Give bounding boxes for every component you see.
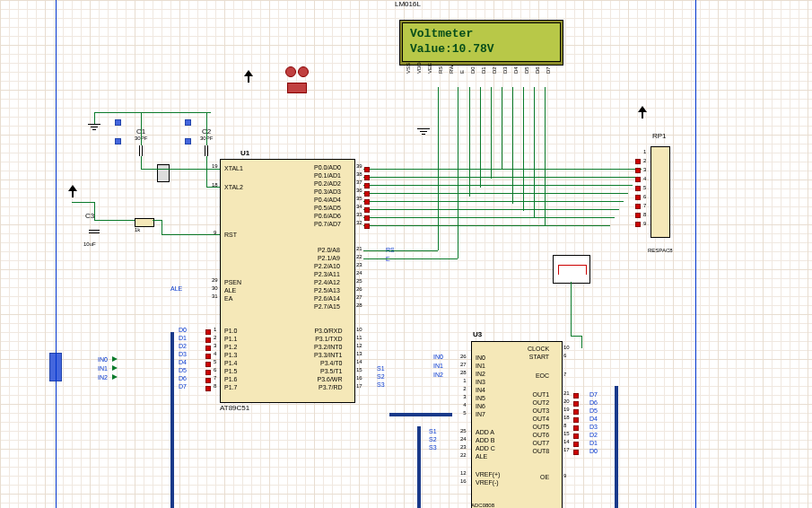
arrow-icon bbox=[112, 374, 118, 380]
u1-left-p1: P1.0 P1.1 P1.2 P1.3 P1.4 P1.5 P1.6 P1.7 bbox=[224, 328, 237, 392]
pwr-1 bbox=[244, 74, 253, 83]
clock-gen[interactable] bbox=[553, 255, 590, 284]
wire-p00 bbox=[363, 169, 642, 170]
c3[interactable] bbox=[89, 223, 100, 241]
lcd-ref: LM016L bbox=[395, 0, 421, 8]
lcd-module[interactable]: Voltmeter Value:10.78V bbox=[399, 20, 563, 66]
pwr-c3 bbox=[68, 188, 77, 197]
bus-s bbox=[417, 426, 421, 508]
pwr-rp1 bbox=[638, 109, 647, 118]
u3-right: CLOCK START EOC OUT1 OUT2 OUT3 OUT4 OUT5… bbox=[528, 346, 549, 482]
wire-p01 bbox=[363, 177, 637, 178]
u1-part: AT89C51 bbox=[220, 404, 249, 412]
wire-p06 bbox=[363, 217, 615, 218]
u1-ref: U1 bbox=[240, 149, 249, 157]
wire-p04 bbox=[363, 201, 624, 202]
lcd-line1: Voltmeter bbox=[410, 27, 553, 42]
schematic-canvas: LM016L Voltmeter Value:10.78V VSS VDD VE… bbox=[0, 0, 812, 508]
arrow-icon bbox=[112, 356, 118, 362]
u3-left: IN0 IN1 IN2 IN3 IN4 IN5 IN6 IN7 ADD A AD… bbox=[476, 355, 500, 487]
lcd-line2: Value:10.78V bbox=[410, 42, 553, 57]
lcd-screen: Voltmeter Value:10.78V bbox=[402, 22, 561, 62]
d-labels: D0 D1 D2 D3 D4 D5 D6 D7 bbox=[179, 327, 187, 391]
rp1[interactable] bbox=[650, 146, 670, 238]
wire-p07 bbox=[363, 225, 610, 226]
rp1-ref: RP1 bbox=[652, 132, 667, 140]
u3-ref: U3 bbox=[473, 330, 482, 338]
bus-p1 bbox=[170, 332, 174, 508]
u1-right-pins-p2: P2.0/A8 P2.1/A9 P2.2/A10 P2.3/A11 P2.4/A… bbox=[314, 247, 340, 311]
c2[interactable] bbox=[197, 145, 215, 156]
d-labels-u3: D7 D6 D5 D4 D3 D2 D1 D0 bbox=[589, 391, 598, 456]
probe-1[interactable] bbox=[285, 66, 296, 77]
crystal[interactable] bbox=[157, 164, 170, 182]
u1-right-nums-p0: 39 38 37 36 35 34 33 32 bbox=[356, 163, 362, 228]
u1-right-nums-p2: 21 22 23 24 25 26 27 28 bbox=[356, 246, 362, 311]
u3-part: ADC0808 bbox=[471, 503, 494, 508]
arrow-icon bbox=[112, 365, 118, 371]
r1[interactable] bbox=[135, 218, 154, 227]
pot[interactable] bbox=[287, 83, 307, 93]
wire-p03 bbox=[363, 193, 628, 194]
wire-p02 bbox=[363, 185, 633, 186]
c3-ref: C3 bbox=[85, 212, 94, 220]
wire-p05 bbox=[363, 209, 619, 210]
probe-2[interactable] bbox=[298, 66, 309, 77]
grid-major bbox=[0, 0, 812, 508]
rp1-part: RESPAC8 bbox=[648, 248, 673, 253]
u1-right-pins-p0: P0.0/AD0 P0.1/AD1 P0.2/AD2 P0.3/AD3 P0.4… bbox=[314, 164, 341, 229]
u1-right-nums-p3: 10 11 12 13 14 15 16 17 bbox=[356, 327, 362, 391]
bus-mid bbox=[389, 413, 452, 416]
u1-right-pins-p3: P3.0/RXD P3.1/TXD P3.2/INT0 P3.3/INT1 P3… bbox=[314, 328, 343, 392]
bus-u3 bbox=[615, 386, 618, 508]
c1[interactable] bbox=[132, 145, 150, 156]
